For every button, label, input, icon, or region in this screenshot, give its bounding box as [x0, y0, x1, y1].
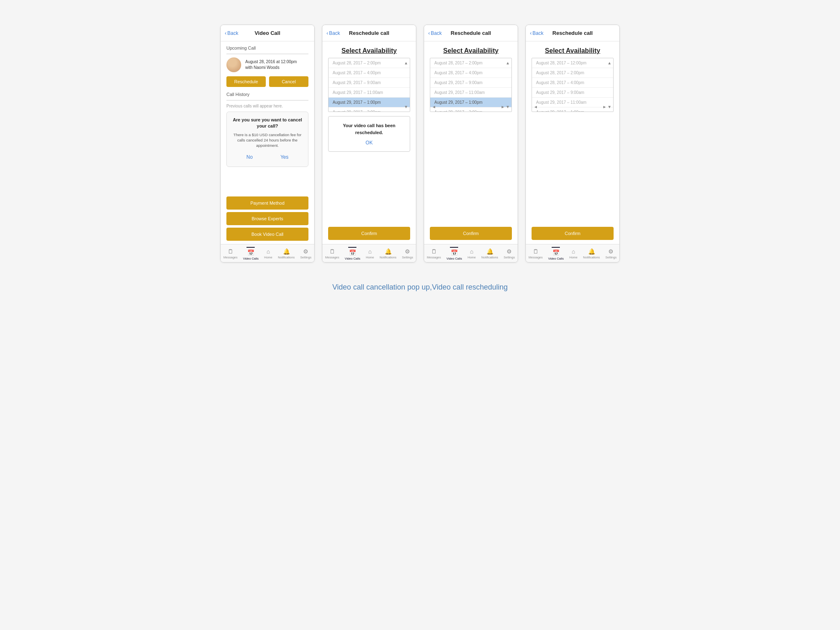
spacer2	[322, 156, 416, 227]
tab-notifications[interactable]: 🔔 Notifications	[380, 248, 397, 259]
avail-item-3-5[interactable]: August 29, 2017 – 3:00pm	[430, 107, 511, 112]
screen4-back-button[interactable]: ‹ Back	[530, 30, 543, 36]
settings-icon: ⚙	[507, 248, 512, 255]
active-indicator	[247, 247, 255, 248]
scroll-up-icon: ▲	[404, 61, 408, 65]
reschedule-confirm-modal: Your video call has been rescheduled. OK	[328, 116, 410, 152]
browse-experts-button[interactable]: Browse Experts	[226, 212, 308, 225]
settings-icon: ⚙	[405, 248, 410, 255]
tab-messages[interactable]: 🗒 Messages	[325, 248, 339, 259]
screen1-back-button[interactable]: ‹ Back	[225, 30, 238, 36]
back-chevron-icon: ‹	[530, 30, 532, 36]
screen3-back-label: Back	[431, 30, 442, 36]
screen4-header: ‹ Back Reschedule call	[526, 25, 619, 41]
book-video-call-button[interactable]: Book Video Call	[226, 228, 308, 241]
screen3-back-button[interactable]: ‹ Back	[428, 30, 442, 36]
tab-settings[interactable]: ⚙ Settings	[300, 248, 311, 259]
avail-item-3[interactable]: August 29, 2017 – 11:00am	[329, 88, 410, 98]
cancel-button[interactable]: Cancel	[269, 76, 308, 87]
tab-home[interactable]: ⌂ Home	[569, 248, 578, 259]
tab-home[interactable]: ⌂ Home	[468, 248, 476, 259]
tab-video-calls[interactable]: 📅 Video Calls	[447, 247, 462, 260]
avail-item-3-2[interactable]: August 29, 2017 – 9:00am	[430, 78, 511, 88]
prev-calls-text: Previous calls will appear here.	[226, 104, 308, 108]
screen1-bottom-section: Payment Method Browse Experts Book Video…	[221, 196, 314, 244]
availability-list-4[interactable]: August 28, 2017 – 12:00pm August 28, 201…	[532, 58, 614, 112]
tab-messages[interactable]: 🗒 Messages	[427, 248, 441, 259]
screen2-body: Select Availability August 28, 2017 – 2:…	[322, 41, 416, 227]
tab-messages[interactable]: 🗒 Messages	[224, 248, 237, 259]
screen3-header: ‹ Back Reschedule call	[424, 25, 518, 41]
tab-notifications[interactable]: 🔔 Notifications	[583, 248, 600, 259]
avail-item-3-1[interactable]: August 28, 2017 – 4:00pm	[430, 68, 511, 78]
tab-notifications[interactable]: 🔔 Notifications	[278, 248, 295, 259]
avail-item-0[interactable]: August 28, 2017 – 2:00pm	[329, 58, 410, 68]
tab-notifications[interactable]: 🔔 Notifications	[482, 248, 498, 259]
avail-item-5[interactable]: August 29, 2017 – 3:00pm	[329, 107, 410, 112]
screen1-body: Upcoming Call August 28, 2016 at 12:00pm…	[221, 41, 314, 196]
back-chevron-icon: ‹	[326, 30, 328, 36]
select-availability-title: Select Availability	[322, 41, 416, 58]
video-calls-icon: 📅	[451, 249, 458, 256]
avail-item-4-4[interactable]: August 29, 2017 – 11:00am	[532, 98, 613, 107]
tab-notifications-label: Notifications	[482, 256, 498, 259]
tab-notifications-label: Notifications	[278, 256, 295, 259]
availability-list-3[interactable]: August 28, 2017 – 2:00pm August 28, 2017…	[430, 58, 512, 112]
cancel-popup-buttons: No Yes	[233, 153, 302, 162]
avail-item-3-3[interactable]: August 29, 2017 – 11:00am	[430, 88, 511, 98]
call-with: with Naomi Woods	[245, 65, 297, 71]
yes-button[interactable]: Yes	[274, 153, 295, 162]
tab-settings[interactable]: ⚙ Settings	[402, 248, 413, 259]
screen2-back-label: Back	[329, 30, 340, 36]
screen-1-video-call: ‹ Back Video Call Upcoming Call August 2…	[220, 25, 315, 262]
tab-messages-label: Messages	[427, 256, 441, 259]
avail-item-4-5[interactable]: August 29, 2017 – 1:00pm	[532, 107, 613, 112]
screen-4-reschedule: ‹ Back Reschedule call Select Availabili…	[525, 25, 620, 262]
tab-messages[interactable]: 🗒 Messages	[529, 248, 543, 259]
spacer3	[424, 112, 518, 227]
tab-video-calls[interactable]: 📅 Video Calls	[548, 247, 564, 260]
screen4-confirm-area: Confirm	[532, 227, 614, 240]
screen2-back-button[interactable]: ‹ Back	[326, 30, 340, 36]
settings-icon: ⚙	[608, 248, 614, 255]
back-chevron-icon: ‹	[225, 30, 226, 36]
tab-video-calls[interactable]: 📅 Video Calls	[345, 247, 361, 260]
availability-list[interactable]: August 28, 2017 – 2:00pm August 28, 2017…	[328, 58, 410, 112]
screen3-tab-bar: 🗒 Messages 📅 Video Calls ⌂ Home 🔔 Notifi…	[424, 244, 518, 262]
messages-icon: 🗒	[533, 248, 539, 255]
messages-icon: 🗒	[431, 248, 437, 255]
screen4-confirm-button[interactable]: Confirm	[532, 227, 614, 240]
home-icon: ⌂	[572, 248, 575, 255]
tab-settings[interactable]: ⚙ Settings	[504, 248, 515, 259]
reschedule-button[interactable]: Reschedule	[226, 76, 266, 87]
payment-method-button[interactable]: Payment Method	[226, 196, 308, 210]
avail-item-1[interactable]: August 28, 2017 – 4:00pm	[329, 68, 410, 78]
tab-video-calls[interactable]: 📅 Video Calls	[243, 247, 259, 260]
tab-messages-label: Messages	[325, 256, 339, 259]
confirm-modal-ok-button[interactable]: OK	[334, 140, 404, 146]
scroll-up-icon-3: ▲	[506, 61, 510, 65]
avail-item-3-0[interactable]: August 28, 2017 – 2:00pm	[430, 58, 511, 68]
scroll-left-icon-4: ◄	[534, 105, 538, 109]
tab-settings[interactable]: ⚙ Settings	[605, 248, 616, 259]
screen2-confirm-button[interactable]: Confirm	[328, 227, 410, 240]
no-button[interactable]: No	[240, 153, 259, 162]
avail-item-4-3[interactable]: August 29, 2017 – 9:00am	[532, 88, 613, 98]
avail-item-4-1[interactable]: August 28, 2017 – 2:00pm	[532, 68, 613, 78]
avail-item-4-0[interactable]: August 28, 2017 – 12:00pm	[532, 58, 613, 68]
tab-home-label: Home	[569, 256, 578, 259]
avail-item-3-4-selected[interactable]: August 29, 2017 – 1:00pm	[430, 98, 511, 107]
screen3-title: Reschedule call	[451, 30, 491, 36]
home-icon: ⌂	[368, 248, 372, 255]
avail-item-4-2[interactable]: August 28, 2017 – 4:00pm	[532, 78, 613, 88]
notifications-icon: 🔔	[588, 248, 595, 255]
screen3-confirm-button[interactable]: Confirm	[430, 227, 512, 240]
tab-home[interactable]: ⌂ Home	[264, 248, 272, 259]
tab-home[interactable]: ⌂ Home	[366, 248, 374, 259]
avail-item-2[interactable]: August 29, 2017 – 9:00am	[329, 78, 410, 88]
home-icon: ⌂	[470, 248, 473, 255]
notifications-icon: 🔔	[486, 248, 493, 255]
spacer	[226, 171, 308, 192]
messages-icon: 🗒	[228, 248, 233, 255]
avail-item-4-selected[interactable]: August 29, 2017 – 1:00pm	[329, 98, 410, 107]
